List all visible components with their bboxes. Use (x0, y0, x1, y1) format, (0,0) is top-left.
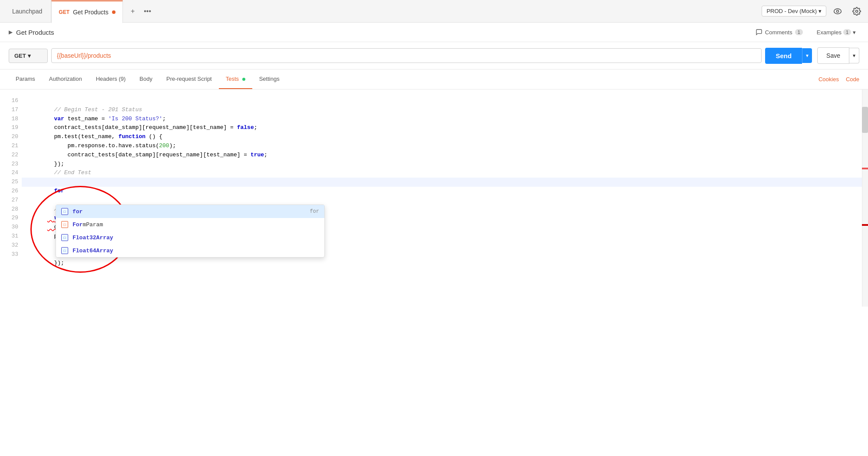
autocomplete-icon-formparam: □ (61, 221, 68, 228)
autocomplete-dropdown[interactable]: □ for for □ FormParam □ Float32Array □ F… (56, 205, 325, 258)
tab-actions: + ••• (126, 5, 154, 18)
request-tabs-bar: Params Authorization Headers (9) Body Pr… (0, 69, 868, 89)
comments-button[interactable]: Comments 1 (752, 27, 806, 37)
save-button-group: Save ▾ (817, 47, 859, 64)
expand-chevron-icon[interactable]: ▶ (9, 29, 13, 35)
code-editor[interactable]: // Begin Test - 201 Status var test_name… (22, 89, 862, 307)
code-line-27: // (22, 196, 862, 205)
launchpad-label: Launchpad (12, 8, 42, 15)
code-line-19: pm.test(test_name, function () { (22, 123, 862, 132)
examples-chevron-icon: ▾ (853, 29, 856, 36)
code-line-22: }); (22, 151, 862, 160)
autocomplete-item-float64[interactable]: □ Float64Array (56, 244, 324, 257)
request-header: ▶ Get Products Comments 1 Examples 1 ▾ (0, 23, 868, 42)
svg-point-1 (837, 10, 839, 12)
chevron-down-icon: ▾ (818, 8, 822, 14)
method-selector[interactable]: GET ▾ (9, 49, 48, 63)
launchpad-tab[interactable]: Launchpad (3, 0, 51, 23)
tab-unsaved-dot (112, 10, 116, 14)
tab-params[interactable]: Params (9, 69, 42, 89)
tab-body[interactable]: Body (132, 69, 159, 89)
code-link[interactable]: Code (846, 70, 859, 89)
autocomplete-item-formparam[interactable]: □ FormParam (56, 218, 324, 231)
comments-badge: 1 (795, 29, 803, 35)
autocomplete-label-formparam: FormParam (73, 221, 315, 228)
comments-icon (756, 29, 762, 36)
examples-badge: 1 (843, 29, 851, 35)
request-title-group: ▶ Get Products (9, 29, 54, 36)
tab-prerequest[interactable]: Pre-request Script (159, 69, 219, 89)
tab-name: Get Products (73, 9, 109, 16)
url-bar: GET ▾ Send ▾ Save ▾ (0, 42, 868, 69)
send-dropdown-button[interactable]: ▾ (802, 48, 812, 63)
editor-area: 16 17 18 19 20 21 22 23 24 25 26 27 28 2… (0, 89, 868, 307)
code-line-26 (22, 187, 862, 196)
environment-selector[interactable]: PROD - Dev (Mock) ▾ (762, 6, 826, 17)
scrollbar-thumb[interactable] (862, 107, 868, 133)
autocomplete-label-float32: Float32Array (73, 235, 315, 241)
examples-button[interactable]: Examples 1 ▾ (813, 27, 859, 37)
line-numbers: 16 17 18 19 20 21 22 23 24 25 26 27 28 2… (0, 89, 22, 307)
comments-label: Comments (765, 29, 792, 36)
save-dropdown-button[interactable]: ▾ (849, 48, 859, 63)
autocomplete-icon-float32: □ (61, 234, 68, 241)
method-chevron-icon: ▾ (28, 53, 31, 59)
svg-point-2 (856, 10, 858, 12)
more-tabs-button[interactable]: ••• (141, 5, 154, 18)
autocomplete-item-for[interactable]: □ for for (56, 205, 324, 218)
eye-icon-btn[interactable] (830, 3, 845, 19)
save-button[interactable]: Save (817, 47, 849, 64)
cookies-link[interactable]: Cookies (818, 70, 839, 89)
settings-icon-btn[interactable] (849, 3, 865, 19)
scrollbar-marker-2 (862, 224, 868, 226)
method-label: GET (14, 53, 26, 59)
environment-label: PROD - Dev (Mock) (766, 8, 817, 14)
examples-label: Examples (817, 29, 842, 36)
code-line-23: // End Test (22, 160, 862, 169)
request-title-label: Get Products (16, 29, 54, 36)
url-input[interactable] (51, 48, 762, 63)
code-line-17: var test_name = 'Is 200 Status?'; (22, 106, 862, 115)
active-tab[interactable]: GET Get Products (51, 0, 122, 23)
autocomplete-label-float64: Float64Array (73, 248, 315, 254)
editor-scrollbar[interactable] (862, 89, 868, 307)
autocomplete-item-float32[interactable]: □ Float32Array (56, 231, 324, 244)
send-button[interactable]: Send (765, 48, 802, 64)
tabs-right-links: Cookies Code (818, 70, 859, 89)
svg-point-0 (834, 9, 842, 14)
tab-settings[interactable]: Settings (252, 69, 287, 89)
code-line-20: pm.response.to.have.status(200); (22, 132, 862, 142)
code-line-21: contract_tests[date_stamp][request_name]… (22, 142, 862, 151)
code-line-25: for (22, 178, 862, 187)
tab-bar-right: PROD - Dev (Mock) ▾ (762, 3, 865, 19)
tests-active-dot (242, 78, 245, 81)
eye-icon (833, 7, 842, 16)
tab-method-badge: GET (59, 9, 69, 15)
code-line-16: // Begin Test - 201 Status (22, 96, 862, 106)
tab-tests-label: Tests (226, 76, 239, 82)
autocomplete-icon-for: □ (61, 208, 68, 215)
autocomplete-hint-for: for (310, 208, 319, 215)
add-tab-button[interactable]: + (126, 5, 139, 18)
autocomplete-icon-float64: □ (61, 247, 68, 254)
autocomplete-label-for: for (73, 208, 305, 215)
request-header-right: Comments 1 Examples 1 ▾ (752, 27, 859, 37)
gear-icon (852, 7, 861, 16)
code-line-18: contract_tests[date_stamp][request_name]… (22, 115, 862, 124)
tab-authorization[interactable]: Authorization (42, 69, 89, 89)
send-button-group: Send ▾ (765, 48, 812, 64)
code-line-24 (22, 169, 862, 178)
tab-bar: Launchpad GET Get Products + ••• PROD - … (0, 0, 868, 23)
tab-headers[interactable]: Headers (9) (89, 69, 133, 89)
scrollbar-marker-1 (862, 168, 868, 169)
tab-tests[interactable]: Tests (219, 69, 252, 89)
